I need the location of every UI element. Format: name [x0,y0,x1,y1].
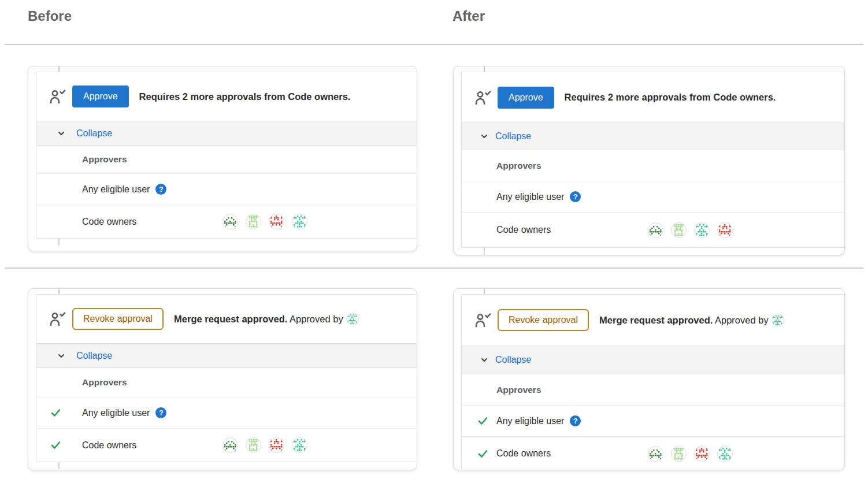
rule-label: Any eligible user [496,416,564,426]
teal-identicon-avatar[interactable] [717,446,733,462]
timeline-line-fragment [484,248,485,255]
timeline-line-fragment [58,462,60,469]
help-icon[interactable]: ? [570,415,581,426]
light-green-identicon-avatar[interactable] [246,437,261,453]
light-green-identicon-avatar[interactable] [671,222,687,238]
teal-identicon-avatar[interactable] [292,214,307,229]
timeline-line-fragment [58,66,60,72]
status-message-bold: Merge request approved. [599,315,713,326]
chevron-down-icon[interactable] [57,352,65,360]
approvers-header-row: Approvers [36,368,417,397]
approval-rule-row: Any eligible user ? [36,397,417,429]
dark-green-identicon-avatar[interactable] [648,222,663,238]
help-icon[interactable]: ? [570,191,581,202]
timeline-line-fragment [484,66,485,72]
approvers-header-row: Approvers [462,374,844,406]
approvers-header-row: Approvers [462,150,844,181]
collapse-bar: Collapse [462,345,844,374]
header-divider [5,44,863,45]
red-identicon-avatar[interactable] [269,437,284,453]
approval-status-message: Merge request approved. Approved by [599,314,784,326]
dark-green-identicon-avatar[interactable] [648,446,663,462]
heading-after: After [452,8,485,24]
teal-identicon-avatar[interactable] [694,222,710,238]
approvals-widget: Revoke approval Merge request approved. … [461,294,844,470]
approval-summary-row: Approve Requires 2 more approvals from C… [36,72,417,121]
approve-button[interactable]: Approve [498,87,554,109]
approval-summary-row: Approve Requires 2 more approvals from C… [462,72,844,122]
collapse-link[interactable]: Collapse [76,128,112,139]
approved-by-avatar[interactable] [346,313,359,325]
collapse-link[interactable]: Collapse [495,355,531,365]
rule-label: Any eligible user [496,192,564,202]
chevron-down-icon[interactable] [480,132,488,140]
approvers-header: Approvers [82,377,127,388]
approval-summary-row: Revoke approval Merge request approved. … [36,295,417,343]
approved-check-icon [478,417,488,425]
rule-label: Any eligible user [82,184,150,195]
approvers-header: Approvers [496,385,541,395]
rule-label: Any eligible user [82,408,150,418]
chevron-down-icon[interactable] [480,356,488,364]
status-message-regular: Approved by [287,314,343,325]
approval-rule-row: Code owners [462,437,844,470]
eligible-approvers-avatar-list [222,437,307,453]
approval-rule-row: Code owners [36,205,417,238]
row-divider [5,267,863,269]
teal-identicon-avatar[interactable] [292,437,307,453]
red-identicon-avatar[interactable] [694,446,710,462]
red-identicon-avatar[interactable] [269,214,284,229]
approvers-header: Approvers [496,161,541,171]
rule-label: Code owners [496,225,551,235]
approval-rule-row: Code owners [36,429,417,462]
collapse-bar: Collapse [36,343,417,368]
dark-green-identicon-avatar[interactable] [222,214,238,229]
help-icon[interactable]: ? [155,407,166,418]
approval-widget-card-after-approved: Revoke approval Merge request approved. … [453,288,845,470]
approved-by-avatar[interactable] [771,314,784,326]
status-message-bold: Merge request approved. [174,314,287,325]
collapse-bar: Collapse [36,121,417,146]
approval-widget-card-after-pending: Approve Requires 2 more approvals from C… [453,66,845,255]
approved-check-icon [51,408,61,417]
timeline-line-fragment [58,289,60,294]
eligible-approvers-avatar-list [648,222,733,238]
light-green-identicon-avatar[interactable] [246,214,261,229]
light-green-identicon-avatar[interactable] [671,446,687,462]
status-message-regular: Approved by [713,315,768,326]
eligible-approvers-avatar-list [648,446,733,462]
rule-label: Code owners [82,217,136,227]
user-check-icon [49,311,66,327]
user-check-icon [49,88,66,105]
approval-status-message: Requires 2 more approvals from Code owne… [565,92,776,103]
approval-rule-row: Any eligible user ? [462,181,844,213]
approval-status-message: Requires 2 more approvals from Code owne… [139,91,351,102]
user-check-icon [474,312,491,328]
status-message-bold: Requires 2 more approvals from Code owne… [139,91,351,102]
help-icon[interactable]: ? [155,184,166,195]
chevron-down-icon[interactable] [57,129,65,138]
revoke-approval-button[interactable]: Revoke approval [498,309,589,331]
revoke-approval-button[interactable]: Revoke approval [72,308,164,330]
status-message-bold: Requires 2 more approvals from Code owne… [565,92,776,103]
dark-green-identicon-avatar[interactable] [222,437,238,453]
approvers-header: Approvers [82,154,127,165]
red-identicon-avatar[interactable] [717,222,733,238]
approvals-widget: Revoke approval Merge request approved. … [36,294,417,462]
approval-widget-card-before-pending: Approve Requires 2 more approvals from C… [28,66,417,251]
heading-before: Before [28,8,72,24]
before-after-comparison-page: Before After Approve Requires 2 more app… [0,0,868,483]
approvers-header-row: Approvers [36,146,417,174]
eligible-approvers-avatar-list [222,214,307,229]
approve-button[interactable]: Approve [72,86,129,107]
approval-rule-row: Any eligible user ? [36,174,417,205]
timeline-line-fragment [58,239,60,246]
approval-status-message: Merge request approved. Approved by [174,313,359,325]
approvals-widget: Approve Requires 2 more approvals from C… [36,72,417,239]
approval-rule-row: Any eligible user ? [462,406,844,437]
approved-check-icon [478,449,488,458]
user-check-icon [474,90,491,106]
collapse-link[interactable]: Collapse [76,351,112,361]
collapse-link[interactable]: Collapse [495,131,531,142]
approval-rule-row: Code owners [462,213,844,247]
